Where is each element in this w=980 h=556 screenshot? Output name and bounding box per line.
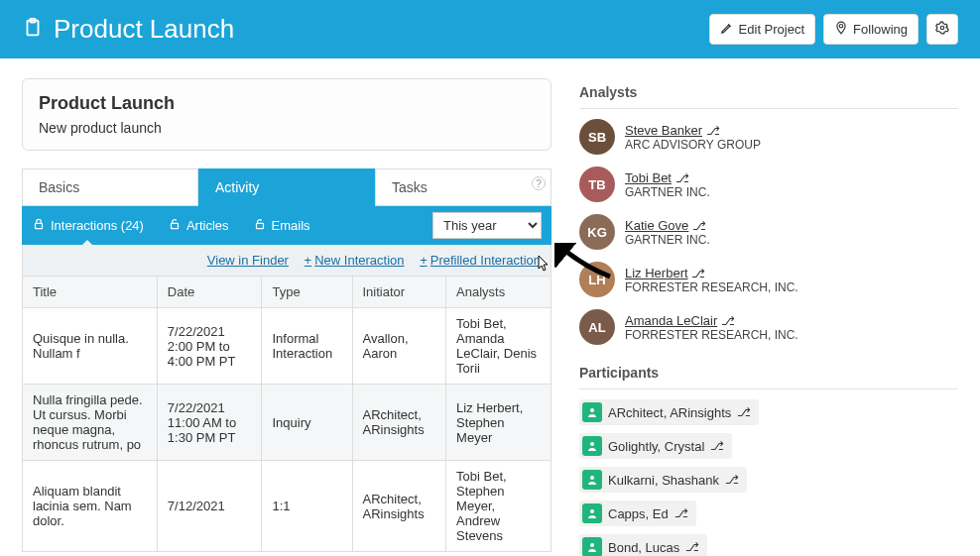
cell-title: Aliquam blandit lacinia sem. Nam dolor.: [23, 461, 158, 552]
analyst-name-link[interactable]: Liz Herbert: [625, 266, 688, 280]
view-in-finder-link[interactable]: View in Finder: [207, 253, 289, 268]
cell-title: Quisque in nulla. Nullam f: [23, 308, 158, 385]
person-icon: [582, 436, 602, 456]
subtab-emails[interactable]: Emails: [253, 217, 310, 234]
person-icon: [582, 537, 602, 556]
share-icon[interactable]: ⎇: [706, 124, 720, 138]
share-icon[interactable]: ⎇: [692, 219, 706, 233]
col-initiator[interactable]: Initiator: [352, 277, 446, 308]
participant-chip[interactable]: ARchitect, ARinsights ⎇: [579, 399, 759, 425]
col-type[interactable]: Type: [262, 277, 352, 308]
svg-point-7: [590, 408, 594, 412]
avatar[interactable]: KG: [579, 214, 615, 250]
project-card-subtitle: New product launch: [39, 120, 535, 136]
analyst-name-link[interactable]: Amanda LeClair: [625, 313, 717, 328]
project-summary-card: Product Launch New product launch: [22, 78, 551, 151]
page-title: Product Launch: [54, 14, 234, 45]
share-icon[interactable]: ⎇: [685, 540, 699, 554]
analyst-org: GARTNER INC.: [625, 185, 710, 199]
cell-date: 7/12/2021: [157, 461, 262, 552]
analyst-item: KGKatie Gove ⎇GARTNER INC.: [579, 214, 958, 250]
settings-button[interactable]: [926, 14, 958, 45]
cell-analysts: Tobi Bet, Stephen Meyer, Andrew Stevens: [446, 461, 551, 552]
analyst-org: GARTNER INC.: [625, 233, 710, 247]
col-title[interactable]: Title: [23, 277, 158, 308]
plus-icon: +: [305, 253, 312, 268]
interactions-table: Title Date Type Initiator Analysts Quisq…: [22, 276, 551, 552]
cell-title: Nulla fringilla pede. Ut cursus. Morbi n…: [23, 385, 158, 461]
cell-date: 7/22/2021 11:00 AM to 1:30 PM PT: [157, 385, 262, 461]
participant-name: ARchitect, ARinsights: [608, 405, 731, 420]
avatar[interactable]: SB: [579, 119, 615, 155]
help-icon[interactable]: ?: [532, 176, 546, 190]
col-date[interactable]: Date: [157, 277, 262, 308]
analyst-name-link[interactable]: Steve Banker: [625, 123, 702, 138]
date-range-select[interactable]: This year: [432, 212, 542, 239]
person-icon: [582, 402, 602, 422]
participant-chip[interactable]: Capps, Ed ⎇: [579, 500, 696, 526]
participants-heading: Participants: [579, 359, 958, 389]
clipboard-icon: [22, 17, 44, 42]
table-action-bar: View in Finder +New Interaction +Prefill…: [22, 245, 551, 276]
cell-initiator: ARchitect, ARinsights: [352, 461, 446, 552]
analyst-org: FORRESTER RESEARCH, INC.: [625, 328, 798, 342]
analyst-name-link[interactable]: Katie Gove: [625, 218, 688, 233]
cell-date: 7/22/2021 2:00 PM to 4:00 PM PT: [157, 308, 262, 385]
avatar[interactable]: LH: [579, 262, 615, 297]
cell-type: 1:1: [262, 461, 352, 552]
avatar[interactable]: AL: [579, 309, 615, 345]
analyst-item: LHLiz Herbert ⎇FORRESTER RESEARCH, INC.: [579, 262, 958, 297]
cell-analysts: Tobi Bet, Amanda LeClair, Denis Torii: [446, 308, 551, 385]
project-card-title: Product Launch: [39, 93, 535, 114]
share-icon[interactable]: ⎇: [674, 506, 688, 520]
lock-icon: [32, 217, 46, 234]
svg-point-11: [590, 543, 594, 547]
subtab-articles[interactable]: Articles: [168, 217, 229, 234]
edit-project-button[interactable]: Edit Project: [709, 14, 815, 45]
new-interaction-link[interactable]: +New Interaction: [305, 253, 405, 268]
share-icon[interactable]: ⎇: [725, 473, 739, 487]
unlock-icon: [168, 217, 182, 234]
cell-analysts: Liz Herbert, Stephen Meyer: [446, 385, 551, 461]
subtab-interactions[interactable]: Interactions (24): [32, 217, 144, 234]
person-icon: [582, 503, 602, 523]
table-row[interactable]: Aliquam blandit lacinia sem. Nam dolor.7…: [23, 461, 551, 552]
svg-point-8: [590, 442, 594, 446]
cell-initiator: Avallon, Aaron: [352, 308, 446, 385]
col-analysts[interactable]: Analysts: [446, 277, 551, 308]
participant-chip[interactable]: Kulkarni, Shashank ⎇: [579, 467, 747, 493]
analyst-name-link[interactable]: Tobi Bet: [625, 170, 672, 185]
activity-subtabs: Interactions (24) Articles Emails This y…: [22, 206, 551, 245]
svg-rect-5: [171, 223, 178, 228]
analyst-item: TBTobi Bet ⎇GARTNER INC.: [579, 167, 958, 202]
tab-tasks[interactable]: Tasks: [375, 168, 551, 206]
participant-name: Golightly, Crystal: [608, 439, 704, 454]
analyst-item: ALAmanda LeClair ⎇FORRESTER RESEARCH, IN…: [579, 309, 958, 345]
tab-basics[interactable]: Basics: [22, 168, 198, 206]
share-icon[interactable]: ⎇: [710, 439, 724, 453]
unlock-icon: [253, 217, 267, 234]
tab-activity[interactable]: Activity: [198, 168, 375, 206]
share-icon[interactable]: ⎇: [737, 405, 751, 419]
svg-point-9: [590, 476, 594, 480]
following-button[interactable]: Following: [823, 14, 919, 45]
participant-chip[interactable]: Golightly, Crystal ⎇: [579, 433, 732, 459]
pin-icon: [834, 21, 848, 38]
svg-rect-6: [256, 223, 263, 228]
share-icon[interactable]: ⎇: [721, 314, 735, 328]
cell-type: Informal Interaction: [262, 308, 352, 385]
pencil-icon: [720, 21, 734, 38]
plus-icon: +: [420, 253, 428, 268]
person-icon: [582, 470, 602, 490]
share-icon[interactable]: ⎇: [691, 267, 705, 280]
participant-name: Bond, Lucas: [608, 540, 679, 555]
participant-chip[interactable]: Bond, Lucas ⎇: [579, 534, 707, 556]
cursor-icon: [537, 255, 552, 276]
prefilled-interaction-link[interactable]: +Prefilled Interaction: [420, 253, 541, 268]
table-row[interactable]: Nulla fringilla pede. Ut cursus. Morbi n…: [23, 385, 551, 461]
table-row[interactable]: Quisque in nulla. Nullam f7/22/2021 2:00…: [23, 308, 551, 385]
participant-name: Kulkarni, Shashank: [608, 473, 719, 488]
analyst-org: ARC ADVISORY GROUP: [625, 138, 761, 152]
share-icon[interactable]: ⎇: [675, 171, 689, 185]
avatar[interactable]: TB: [579, 167, 615, 202]
